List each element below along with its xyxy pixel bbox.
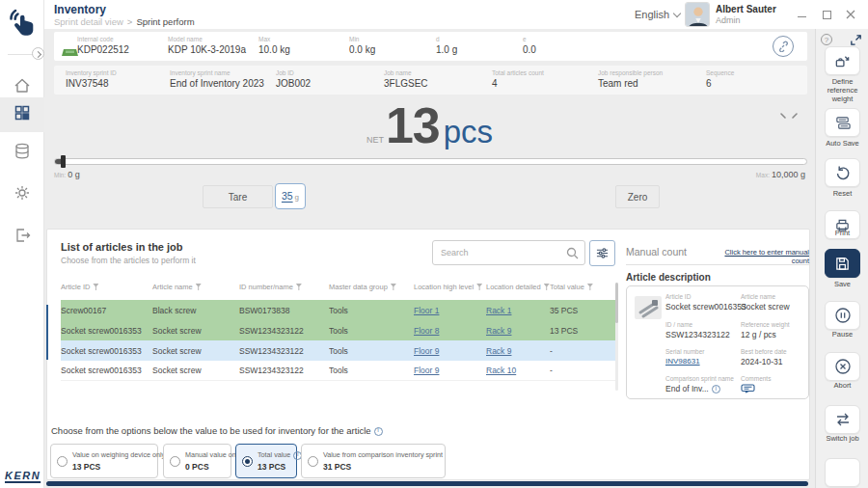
app-logo-touch-icon: [7, 5, 38, 41]
language-selector[interactable]: English: [635, 9, 680, 20]
manual-count-link[interactable]: Click here to enter manual count: [717, 248, 809, 265]
radio-unselected[interactable]: [57, 456, 68, 467]
collapse-display-icon[interactable]: [779, 106, 799, 123]
floor-link[interactable]: Floor 1: [414, 306, 439, 315]
table-row[interactable]: Screw00167 Black screw BSW0173838 Tools …: [61, 300, 615, 320]
tare-value-input[interactable]: 35 g: [275, 183, 306, 209]
device-field: e0.0: [523, 36, 536, 55]
sidebar-item-database[interactable]: [0, 136, 44, 171]
cell-article-id: Socket screw0016353: [61, 326, 152, 336]
device-connection-link-icon[interactable]: [773, 36, 794, 57]
filter-funnel-icon[interactable]: [93, 284, 98, 290]
option-weighing-device-only[interactable]: Value on weighing device only 13 PCS: [50, 444, 158, 478]
reference-weight-icon: [834, 53, 851, 69]
cell-article-id: Screw00167: [61, 306, 152, 315]
cell-group: Tools: [329, 366, 414, 375]
floor-link[interactable]: Floor 9: [414, 366, 439, 375]
cell-id-number: SSW1234323122: [239, 366, 329, 375]
radio-selected[interactable]: [242, 456, 253, 467]
info-icon[interactable]: [374, 427, 383, 436]
rack-link[interactable]: Rack 9: [486, 326, 511, 336]
main-content: Internal codeKDP022512 Model nameKDP 10K…: [44, 29, 815, 488]
comments-icon[interactable]: [741, 384, 755, 393]
sidebar-item-apps[interactable]: [0, 97, 44, 132]
reset-button[interactable]: [825, 158, 860, 187]
column-header[interactable]: Location high level: [414, 283, 486, 291]
search-input[interactable]: [441, 242, 564, 263]
table-scrollbar[interactable]: [615, 283, 618, 391]
column-header[interactable]: Article ID: [61, 283, 152, 291]
right-toolbar: ? Define reference weight Auto Save Rese…: [815, 29, 868, 488]
column-header[interactable]: Article name: [152, 283, 239, 291]
tare-button[interactable]: Tare: [203, 185, 273, 208]
filter-funnel-icon[interactable]: [544, 284, 550, 290]
filter-funnel-icon[interactable]: [476, 284, 482, 290]
cell-total: -: [550, 346, 615, 356]
radio-unselected[interactable]: [170, 456, 180, 467]
zero-button[interactable]: Zero: [615, 185, 660, 208]
sprint-info-bar: Inventory sprint IDINV37548 Inventory sp…: [54, 66, 807, 95]
slider-handle[interactable]: [61, 155, 66, 168]
filter-funnel-icon[interactable]: [196, 284, 202, 290]
option-total-value[interactable]: Total value 13 PCS: [235, 444, 297, 478]
sidebar-item-logout[interactable]: [0, 220, 44, 255]
column-header[interactable]: ID number/name: [239, 283, 329, 291]
sidebar-item-settings[interactable]: [0, 177, 44, 212]
sprint-field: Total articles count4: [492, 69, 544, 89]
table-row[interactable]: Socket screw0016353 Socket screw SSW1234…: [61, 320, 615, 340]
serial-number-link[interactable]: INV98631: [665, 357, 704, 366]
option-manual-value-only[interactable]: Manual value only 0 PCS: [163, 444, 231, 478]
floor-link[interactable]: Floor 8: [414, 326, 439, 336]
column-header[interactable]: Total value: [550, 283, 615, 291]
column-header[interactable]: Master data group: [329, 283, 414, 291]
table-row[interactable]: Socket screw0016353 Socket screw SSW1234…: [61, 361, 615, 381]
rack-link[interactable]: Rack 10: [486, 366, 516, 375]
sidebar-expand-toggle[interactable]: [32, 47, 44, 60]
filter-funnel-icon[interactable]: [587, 284, 593, 290]
filter-settings-button[interactable]: [589, 240, 615, 266]
pause-button[interactable]: [825, 301, 860, 330]
filter-funnel-icon[interactable]: [296, 284, 302, 290]
user-avatar[interactable]: [685, 2, 710, 27]
manual-count-label: Manual count: [626, 246, 687, 258]
auto-save-button[interactable]: [825, 108, 860, 137]
cell-article-name: Socket screw: [152, 346, 239, 356]
search-box[interactable]: [432, 240, 585, 265]
window-maximize-button[interactable]: [820, 8, 833, 21]
option-comparison-sprint-value[interactable]: Value from comparison inventory sprint 3…: [301, 444, 446, 478]
rack-link[interactable]: Rack 1: [486, 306, 511, 315]
abort-button[interactable]: [825, 352, 860, 381]
cell-article-id: Socket screw0016353: [61, 346, 152, 356]
titlebar: Inventory Sprint detail view>Sprint perf…: [44, 0, 868, 29]
window-close-button[interactable]: [844, 8, 857, 21]
floor-link[interactable]: Floor 9: [414, 346, 439, 356]
radio-unselected[interactable]: [308, 456, 318, 467]
info-icon[interactable]: [712, 385, 720, 393]
help-icon[interactable]: ?: [821, 34, 832, 45]
table-header-row: Article ID Article name ID number/name M…: [61, 283, 615, 291]
column-header[interactable]: Location detailed: [486, 283, 550, 291]
breadcrumb-parent[interactable]: Sprint detail view: [54, 16, 123, 27]
tare-unit: g: [295, 193, 299, 202]
reset-icon: [834, 165, 851, 181]
tare-value[interactable]: 35: [282, 190, 293, 202]
define-reference-weight-button[interactable]: [825, 46, 860, 75]
switch-job-button[interactable]: [825, 405, 860, 434]
abort-icon: [834, 358, 852, 375]
save-button[interactable]: [825, 249, 860, 278]
filter-funnel-icon[interactable]: [391, 284, 396, 290]
horizontal-scrollbar[interactable]: [46, 481, 808, 486]
weight-range-slider[interactable]: [54, 158, 807, 165]
desc-field-serial-number: Serial numberINV98631: [665, 348, 704, 366]
rack-link[interactable]: Rack 9: [486, 346, 511, 356]
articles-panel: List of articles in the job Choose from …: [46, 229, 810, 480]
table-row-selected[interactable]: Socket screw0016353 Socket screw SSW1234…: [61, 340, 615, 361]
window-minimize-button[interactable]: [795, 8, 808, 21]
partial-bottom-button[interactable]: [825, 458, 860, 487]
articles-list-title: List of articles in the job: [61, 241, 183, 253]
breadcrumb-separator: >: [127, 16, 133, 27]
toolbar-label-define-reference-weight: Define reference weight: [816, 77, 868, 103]
sprint-field: Sequence6: [706, 69, 734, 89]
options-prompt: Choose from the options below the value …: [51, 425, 383, 436]
cell-id-number: SSW1234323122: [239, 326, 329, 336]
